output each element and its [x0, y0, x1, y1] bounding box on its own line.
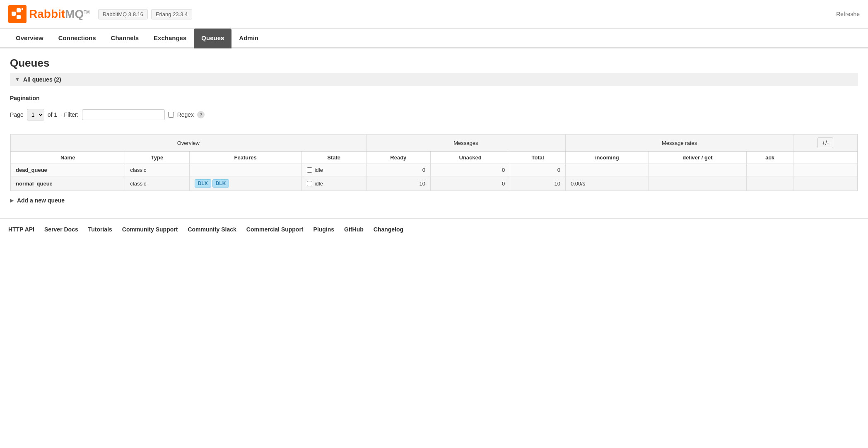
group-header-messages: Messages: [366, 135, 565, 152]
svg-rect-3: [22, 8, 23, 10]
col-incoming: incoming: [565, 152, 649, 164]
page-content: Queues ▼ All queues (2) Pagination Page …: [0, 48, 868, 218]
pagination-section: Pagination Page 1 of 1 - Filter: Regex ?: [10, 88, 858, 127]
queue-ready: 0: [366, 164, 430, 176]
section-arrow: ▼: [15, 77, 20, 82]
all-queues-header[interactable]: ▼ All queues (2): [10, 73, 858, 86]
col-name: Name: [11, 152, 125, 164]
queue-total: 0: [510, 164, 566, 176]
col-ready: Ready: [366, 152, 430, 164]
main-nav: Overview Connections Channels Exchanges …: [0, 29, 868, 48]
nav-overview[interactable]: Overview: [8, 29, 51, 48]
filter-input[interactable]: [82, 109, 165, 120]
nav-queues[interactable]: Queues: [194, 29, 231, 48]
footer-link-community-support[interactable]: Community Support: [122, 226, 178, 233]
state-checkbox[interactable]: [307, 181, 312, 186]
regex-checkbox[interactable]: [168, 112, 174, 118]
queue-unacked: 0: [431, 176, 510, 191]
nav-connections[interactable]: Connections: [51, 29, 104, 48]
queue-unacked: 0: [431, 164, 510, 176]
plus-minus-button[interactable]: +/-: [817, 137, 834, 148]
col-unacked: Unacked: [431, 152, 510, 164]
refresh-label: Refreshe: [836, 11, 860, 17]
table-col-header-row: Name Type Features State Ready Unacked T…: [11, 152, 858, 164]
queue-deliver-get: [649, 164, 746, 176]
queue-features: [189, 164, 301, 176]
table-row: normal_queueclassicDLXDLKidle100100.00/s: [11, 176, 858, 191]
queue-state: idle: [301, 164, 366, 176]
svg-rect-2: [17, 15, 21, 19]
of-label: of 1: [48, 111, 57, 118]
queue-ack: [746, 176, 793, 191]
add-new-queue[interactable]: ▶ Add a new queue: [10, 191, 858, 210]
pagination-controls: Page 1 of 1 - Filter: Regex ?: [10, 106, 858, 124]
filter-label: - Filter:: [60, 111, 79, 118]
footer-link-http-api[interactable]: HTTP API: [8, 226, 34, 233]
queue-type: classic: [125, 164, 189, 176]
queue-name-link[interactable]: dead_queue: [16, 167, 47, 173]
svg-rect-1: [17, 8, 21, 12]
queue-type: classic: [125, 176, 189, 191]
col-type: Type: [125, 152, 189, 164]
col-ack: ack: [746, 152, 793, 164]
footer-link-github[interactable]: GitHub: [344, 226, 364, 233]
queue-name-link[interactable]: normal_queue: [16, 181, 53, 187]
footer-link-plugins[interactable]: Plugins: [313, 226, 335, 233]
col-total: Total: [510, 152, 566, 164]
logo: RabbitMQTM: [8, 5, 90, 23]
feature-badge-dlk: DLK: [212, 179, 229, 188]
queue-total: 10: [510, 176, 566, 191]
state-checkbox[interactable]: [307, 167, 312, 173]
nav-admin[interactable]: Admin: [231, 29, 266, 48]
logo-text: RabbitMQTM: [29, 7, 90, 21]
table-group-header-row: Overview Messages Message rates +/-: [11, 135, 858, 152]
col-extra: [793, 152, 858, 164]
page-title: Queues: [10, 57, 858, 70]
page-label: Page: [10, 111, 24, 118]
queue-table-body: dead_queueclassicidle000normal_queueclas…: [11, 164, 858, 191]
queue-state: idle: [301, 176, 366, 191]
table-row-extra: [793, 176, 858, 191]
queue-incoming: 0.00/s: [565, 176, 649, 191]
logo-icon: [8, 5, 27, 23]
footer-link-server-docs[interactable]: Server Docs: [44, 226, 78, 233]
queue-deliver-get: [649, 176, 746, 191]
feature-badge-dlx: DLX: [195, 179, 211, 188]
nav-exchanges[interactable]: Exchanges: [146, 29, 194, 48]
queue-table-wrapper: Overview Messages Message rates +/- Name…: [10, 134, 858, 191]
nav-channels[interactable]: Channels: [104, 29, 147, 48]
table-row-extra: [793, 164, 858, 176]
col-deliver-get: deliver / get: [649, 152, 746, 164]
group-header-overview: Overview: [11, 135, 366, 152]
regex-help-icon[interactable]: ?: [197, 111, 205, 118]
footer-link-tutorials[interactable]: Tutorials: [88, 226, 112, 233]
erlang-badge: Erlang 23.3.4: [151, 9, 192, 19]
group-header-rates: Message rates: [565, 135, 793, 152]
pagination-label: Pagination: [10, 95, 858, 101]
footer-link-changelog[interactable]: Changelog: [374, 226, 403, 233]
page-footer: HTTP API Server Docs Tutorials Community…: [0, 218, 868, 240]
footer-link-commercial-support[interactable]: Commercial Support: [246, 226, 304, 233]
table-row: dead_queueclassicidle000: [11, 164, 858, 176]
col-state: State: [301, 152, 366, 164]
svg-rect-0: [12, 12, 16, 16]
queue-incoming: [565, 164, 649, 176]
queue-table: Overview Messages Message rates +/- Name…: [10, 134, 858, 191]
footer-link-community-slack[interactable]: Community Slack: [188, 226, 236, 233]
add-queue-label: Add a new queue: [17, 197, 65, 204]
queue-ready: 10: [366, 176, 430, 191]
state-label: idle: [315, 167, 323, 173]
col-features: Features: [189, 152, 301, 164]
app-header: RabbitMQTM RabbitMQ 3.8.16 Erlang 23.3.4…: [0, 0, 868, 29]
state-label: idle: [315, 181, 323, 187]
regex-label: Regex: [177, 111, 194, 118]
plus-minus-btn-cell: +/-: [793, 135, 858, 152]
version-badge: RabbitMQ 3.8.16: [98, 9, 148, 19]
queue-features: DLXDLK: [189, 176, 301, 191]
queue-ack: [746, 164, 793, 176]
page-select[interactable]: 1: [27, 109, 44, 120]
all-queues-label: All queues (2): [23, 76, 61, 83]
add-queue-arrow: ▶: [10, 198, 14, 203]
